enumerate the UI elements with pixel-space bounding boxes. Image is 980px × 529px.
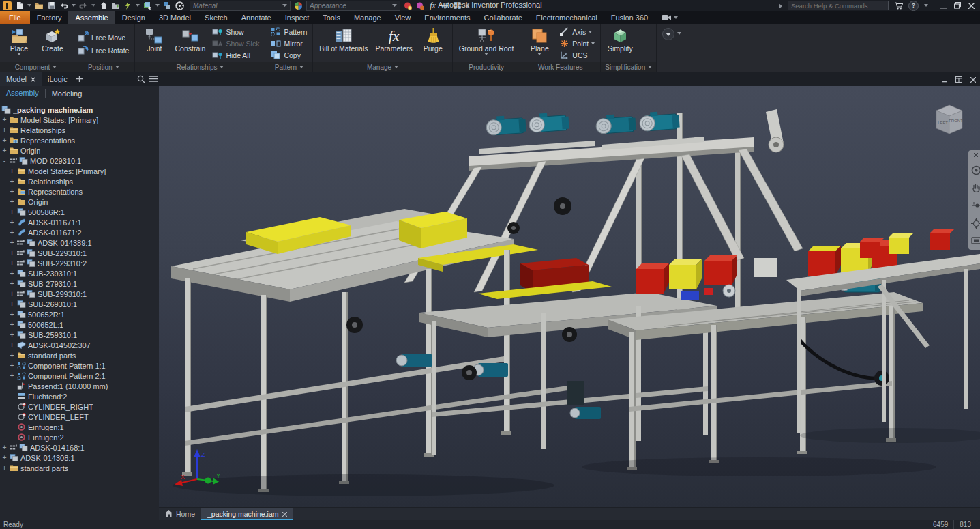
tree-item[interactable]: CYLINDER_RIGHT [0, 401, 159, 412]
tree-item[interactable]: +Component Pattern 2:1 [0, 371, 159, 381]
tree-item[interactable]: +ADSK-011671:2 [0, 227, 159, 238]
appearance-combobox[interactable]: Appearance [306, 1, 400, 11]
tab-view[interactable]: View [388, 11, 418, 24]
navbar-close-icon[interactable] [970, 152, 980, 158]
tree-item[interactable]: +Relationships [0, 176, 159, 186]
home-button[interactable] [99, 1, 108, 10]
ucs-button[interactable]: UCS [557, 51, 597, 61]
tree-expander-icon[interactable]: + [9, 321, 15, 328]
subtab-modeling[interactable]: Modeling [52, 89, 83, 98]
tree-expander-icon[interactable]: + [9, 188, 15, 195]
viewport-3d[interactable]: LEFT FRONT Z X Y [159, 86, 980, 508]
tree-item[interactable]: +SUB-239310:1 [0, 268, 159, 278]
screencast-recorder-icon[interactable] [655, 11, 685, 24]
browser-menu-button[interactable] [147, 72, 160, 86]
tree-item[interactable]: +Relationships [0, 125, 159, 135]
tree-expander-icon[interactable]: + [9, 219, 15, 225]
tree-expander-icon[interactable]: + [9, 301, 15, 307]
look-at-icon[interactable] [970, 235, 980, 246]
parameters-fx-icon[interactable] [428, 1, 437, 10]
tab-tools[interactable]: Tools [316, 11, 347, 24]
tree-item[interactable]: +Origin [0, 145, 159, 156]
tab-environments[interactable]: Environments [417, 11, 477, 24]
tree-expander-icon[interactable]: + [1, 465, 8, 471]
select-button[interactable] [143, 1, 152, 10]
tree-expander-icon[interactable]: + [9, 250, 15, 256]
tree-expander-icon[interactable]: + [9, 168, 15, 174]
tree-item[interactable]: -MOD-029310:1 [0, 156, 159, 166]
doc-tab-packing-machine[interactable]: _packing machine.iam [201, 508, 293, 520]
group-label-simplification[interactable]: Simplification [601, 62, 656, 72]
tree-item[interactable]: _packing machine.iam [0, 104, 159, 115]
tree-expander-icon[interactable]: + [9, 352, 15, 358]
tree-item[interactable]: +SUB-229310:2 [0, 258, 159, 268]
redo-button[interactable] [79, 1, 88, 10]
search-input[interactable] [791, 2, 885, 10]
show-button[interactable]: Show [210, 27, 261, 38]
minimize-button[interactable] [940, 0, 947, 12]
parameters-button[interactable]: Parameters [373, 25, 415, 62]
tab-assemble[interactable]: Assemble [68, 11, 115, 24]
adjust-color-icon[interactable] [404, 1, 413, 10]
zoom-icon[interactable] [970, 200, 980, 211]
bill-of-materials-button[interactable]: Bill of Materials [316, 25, 370, 62]
tree-item[interactable]: +standard parts [0, 463, 159, 473]
viewcube[interactable]: LEFT FRONT [930, 100, 969, 139]
pan-hand-icon[interactable] [970, 182, 980, 193]
redo-dropdown[interactable] [91, 4, 95, 7]
material-wheel-icon[interactable] [175, 1, 184, 10]
add-browser-tab-button[interactable] [74, 72, 86, 86]
tree-item[interactable]: +Representations [0, 186, 159, 197]
tree-item[interactable]: +Model States: [Primary] [0, 115, 159, 125]
tree-item[interactable]: +SUB-259310:1 [0, 330, 159, 340]
tree-expander-icon[interactable]: + [9, 270, 15, 276]
tree-item[interactable]: Einfügen:2 [0, 432, 159, 442]
panel-overflow-button[interactable] [657, 24, 687, 72]
ilogic-dropdown[interactable] [136, 4, 140, 7]
group-label-position[interactable]: Position [72, 62, 134, 72]
tree-item[interactable]: +SUB-279310:1 [0, 278, 159, 289]
tree-item[interactable]: Fluchtend:2 [0, 391, 159, 401]
purge-button[interactable]: Purge [417, 25, 449, 62]
joint-button[interactable]: Joint [138, 25, 170, 62]
tree-expander-icon[interactable]: + [9, 240, 15, 246]
tree-item[interactable]: +Representations [0, 135, 159, 145]
close-doc-tab-icon[interactable] [282, 510, 287, 518]
tab-sketch[interactable]: Sketch [198, 11, 235, 24]
new-file-dropdown[interactable] [27, 4, 31, 7]
tree-expander-icon[interactable]: + [9, 209, 15, 215]
plane-button[interactable]: Plane [524, 25, 555, 62]
axis-button[interactable]: Axis [557, 27, 597, 38]
tab-factory[interactable]: Factory [30, 11, 69, 24]
tree-item[interactable]: Einfügen:1 [0, 422, 159, 432]
tree-item[interactable]: +500652L:1 [0, 319, 159, 330]
navigation-wheel-icon[interactable] [970, 165, 980, 175]
hide-all-button[interactable]: Hide All [210, 51, 261, 61]
select-dropdown[interactable] [155, 4, 160, 7]
ground-and-root-button[interactable]: Ground and Root [456, 25, 517, 62]
tree-expander-icon[interactable]: + [9, 178, 15, 184]
tree-expander-icon[interactable]: + [9, 311, 15, 317]
tree-expander-icon[interactable]: + [9, 199, 15, 205]
tab-electromechanical[interactable]: Electromechanical [529, 11, 604, 24]
tree-item[interactable]: +standard parts [0, 350, 159, 360]
tree-expander-icon[interactable]: + [9, 342, 15, 348]
free-rotate-button[interactable]: Free Rotate [76, 44, 131, 56]
undo-button[interactable] [59, 1, 68, 10]
tree-item[interactable]: +SUB-229310:1 [0, 248, 159, 258]
help-icon[interactable] [908, 1, 919, 11]
tree-item[interactable]: CYLINDER_LEFT [0, 412, 159, 422]
help-dropdown[interactable] [924, 4, 928, 7]
tree-item[interactable]: +ADSK-011671:1 [0, 217, 159, 227]
tree-item[interactable]: Passend:1 (10.000 mm) [0, 381, 159, 391]
tree-item[interactable]: +Model States: [Primary] [0, 166, 159, 176]
doc-close-button[interactable] [970, 73, 976, 85]
pattern-button[interactable]: Pattern [269, 27, 309, 38]
tab-manage[interactable]: Manage [347, 11, 388, 24]
close-model-tab-icon[interactable] [31, 75, 35, 83]
tree-expander-icon[interactable]: + [9, 260, 15, 266]
tree-item[interactable]: +ADSK-014389:1 [0, 238, 159, 248]
tab-collaborate[interactable]: Collaborate [477, 11, 529, 24]
point-button[interactable]: Point [557, 39, 597, 49]
open-from-vault-button[interactable] [111, 1, 120, 10]
